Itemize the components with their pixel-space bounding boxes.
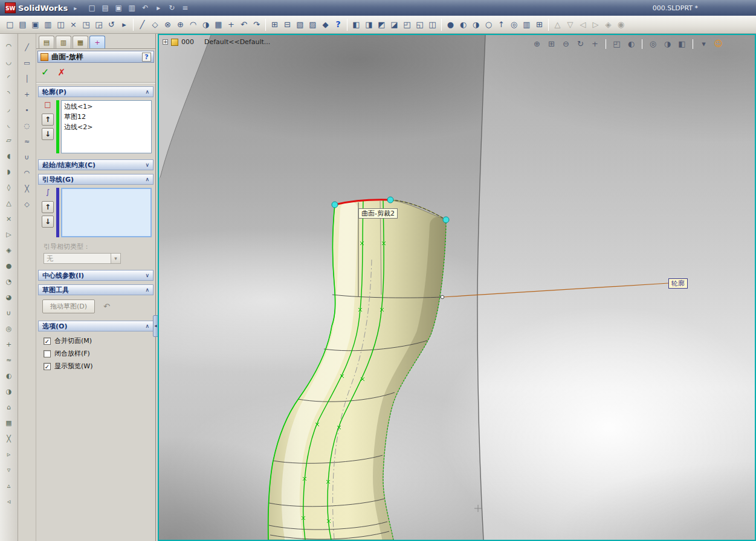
projected-curve-icon[interactable]: ◠ [22,168,33,179]
section-header-options[interactable]: 选项(O) ∧ [38,321,153,331]
split-line-icon[interactable]: ╳ [22,184,33,194]
flex-icon[interactable]: ≈ [4,355,15,366]
undo-icon[interactable]: ↶ [138,2,152,14]
rebuild-icon[interactable]: ↻ [165,2,178,14]
view-left-icon[interactable]: ◩ [375,18,388,31]
untrim-surface-icon[interactable]: ▷ [4,229,15,240]
option-close-loft[interactable]: 闭合放样(F) [41,347,152,360]
knit-surface-icon[interactable]: ◈ [4,245,15,256]
boundary-surface-icon[interactable]: ◞ [4,104,15,115]
section-header-guide-curves[interactable]: 引导线(G) ∧ [38,174,153,185]
redo-sketch-icon[interactable]: ↷ [250,18,263,31]
thicken-icon[interactable]: ● [4,261,15,272]
options-icon[interactable]: ≡ [178,2,192,14]
section-header-profiles[interactable]: 轮廓(P) ∧ [38,86,153,97]
fillet-icon[interactable]: ◔ [4,277,15,287]
help-button[interactable]: ? [142,53,151,62]
dropdown-arrow-icon[interactable]: ▾ [111,254,120,263]
print-icon[interactable]: ▥ [125,2,138,14]
move-entities-icon[interactable]: + [225,18,237,31]
units-icon[interactable]: ⊟ [281,18,294,31]
indent-icon[interactable]: ◑ [4,386,15,397]
view-bottom-icon[interactable]: ◱ [413,18,426,31]
linear-pattern-icon[interactable]: ▦ [212,18,225,31]
view-back-icon[interactable]: ◨ [363,18,375,31]
guide-curves-listbox[interactable] [61,188,152,237]
shell-icon[interactable]: ▵ [4,481,15,491]
mirror-icon[interactable]: ▹ [4,449,15,460]
hide-show-items-icon[interactable]: ◎ [647,37,659,50]
plane-icon[interactable]: ▭ [22,58,33,69]
shaded-icon[interactable]: ● [444,18,457,31]
offset-surface-icon[interactable]: ◖ [4,151,15,162]
viewport-canvas[interactable] [159,35,755,540]
helix-icon[interactable]: ◌ [22,121,33,132]
filled-surface-icon[interactable]: ◟ [4,120,15,130]
save-icon[interactable]: ▣ [29,18,42,31]
view-right-icon[interactable]: ◪ [388,18,401,31]
section-header-start-end-constraints[interactable]: 起始/结束约束(C) ∨ [38,159,153,170]
toolbar-collapse-icon[interactable]: ▸ [74,5,77,11]
accept-button[interactable]: ✓ [41,66,49,78]
rib-icon[interactable]: ◃ [4,496,15,507]
configurations-tab[interactable]: ▦ [73,36,88,48]
grid-settings-icon[interactable]: ⊞ [268,18,281,31]
move-face-icon[interactable]: + [4,339,15,350]
wrap-icon[interactable]: ▦ [4,418,15,429]
view-isometric-icon[interactable]: ◫ [426,18,439,31]
propertymanager-tab[interactable]: ▤ [39,36,54,48]
instant3d-icon[interactable]: ▷ [589,18,602,31]
rotate-view-icon[interactable]: ↻ [574,37,587,50]
revolved-surface-icon[interactable]: ◡ [4,57,15,68]
view-front-icon[interactable]: ◧ [350,18,363,31]
profiles-listbox[interactable]: 边线<1> 草图12 边线<2> [61,100,152,153]
replace-face-icon[interactable]: ◎ [4,324,15,335]
trim-surface-icon[interactable]: × [4,214,15,225]
checkbox-icon[interactable] [44,350,51,357]
open-icon[interactable]: ▤ [99,2,112,14]
extend-surface-icon[interactable]: △ [4,198,15,209]
guide-tangency-dropdown[interactable]: 无 ▾ [44,253,121,264]
ruled-surface-icon[interactable]: ◗ [4,167,15,178]
axis-icon[interactable]: │ [22,74,33,85]
line-format-icon[interactable]: ▨ [306,18,319,31]
simulation-icon[interactable]: ◈ [602,18,615,31]
dome-icon[interactable]: ⌂ [4,402,15,413]
sketch-icon[interactable]: ╱ [22,42,33,53]
select-icon[interactable]: ▸ [152,2,165,14]
section-view-icon[interactable]: ▥ [520,18,533,31]
sketch-icon[interactable]: ╱ [136,18,149,31]
point-icon[interactable]: • [22,105,33,116]
copy-icon[interactable]: ◳ [80,18,92,31]
lofted-surface-icon[interactable]: ◝ [4,88,15,99]
section-header-sketch-tools[interactable]: 草图工具 ∧ [38,284,153,295]
move-profile-down-button[interactable]: ↓ [42,128,54,140]
extruded-surface-icon[interactable]: ◠ [4,41,15,52]
cancel-button[interactable]: ✗ [57,67,65,78]
graphics-area[interactable]: + 000 Default<<Default... ⊕⊞⊖↻+◰◐◎◑◧▾☺ 曲… [158,34,756,541]
convert-entities-icon[interactable]: ⊕ [174,18,187,31]
wireframe-icon[interactable]: ○ [482,18,495,31]
scale-icon[interactable]: ▿ [4,465,15,476]
layer-properties-icon[interactable]: ▧ [294,18,306,31]
paste-icon[interactable]: ◲ [92,18,105,31]
profile-list-item[interactable]: 边线<2> [62,122,150,132]
zoom-in-out-icon[interactable]: ⊖ [560,37,572,50]
undo-sketch-drag-icon[interactable]: ↶ [103,302,110,311]
custom-properties-tab[interactable]: ▥ [56,36,71,48]
print-preview-icon[interactable]: ◫ [54,18,67,31]
deform-icon[interactable]: ◐ [4,371,15,382]
option-show-preview[interactable]: ✓ 显示预览(W) [41,360,152,373]
edit-appearance-icon[interactable]: ◑ [661,37,674,50]
drag-sketch-button[interactable]: 拖动草图(D) [42,299,95,313]
composite-curve-icon[interactable]: ∪ [22,152,33,163]
profile-callout[interactable]: 轮廓 [668,278,688,289]
perspective-icon[interactable]: ◎ [508,18,520,31]
checkbox-icon[interactable]: ✓ [44,338,51,345]
swept-surface-icon[interactable]: ◜ [4,72,15,83]
split-icon[interactable]: ╳ [4,434,15,444]
save-icon[interactable]: ▣ [112,2,125,14]
shaded-with-edges-icon[interactable]: ◐ [457,18,470,31]
offset-entities-icon[interactable]: ◠ [187,18,199,31]
render-icon[interactable]: ◉ [615,18,627,31]
